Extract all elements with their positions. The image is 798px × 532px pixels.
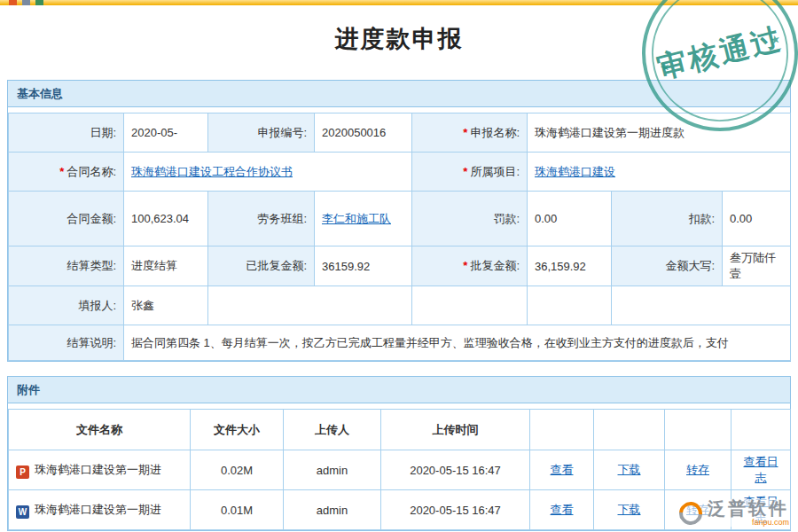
required-asterisk: * [59, 165, 64, 178]
view-log-link[interactable]: 查看日志 [744, 455, 778, 484]
page-title: 进度款申报 [0, 23, 798, 55]
table-row: P珠海鹤港口建设第一期进 0.02M admin 2020-05-15 16:4… [9, 450, 791, 490]
column-header-file-size: 文件大小 [191, 410, 284, 450]
field-value-deduction: 0.00 [723, 192, 791, 246]
field-label-report-no: 申报编号: [208, 113, 315, 153]
save-as-link[interactable]: 转存 [686, 463, 709, 476]
file-name-text: 珠海鹤港口建设第一期进 [35, 463, 161, 476]
field-label-approved-amount: 已批复金额: [208, 246, 315, 286]
ppt-file-icon: P [16, 466, 29, 479]
action-cell: 下载 [594, 490, 665, 530]
field-value-penalty: 0.00 [528, 192, 612, 246]
field-label-reply-amount: *批复金额: [412, 246, 528, 286]
field-value-settle-type: 进度结算 [124, 246, 208, 286]
required-asterisk: * [463, 126, 467, 139]
column-header-action [665, 410, 732, 450]
basic-info-section: 基本信息 日期: 2020-05- 申报编号: 2020050016 *申报名称… [7, 80, 791, 362]
uploader-cell: admin [284, 490, 381, 530]
word-file-icon: W [16, 505, 29, 519]
field-label-deduction: 扣款: [612, 192, 723, 246]
field-value-contract-amount: 100,623.04 [124, 192, 208, 246]
file-size-cell: 0.01M [191, 490, 284, 530]
action-cell: 转存 [665, 450, 732, 490]
column-header-uploader: 上传人 [284, 410, 381, 450]
basic-info-table: 日期: 2020-05- 申报编号: 2020050016 *申报名称: 珠海鹤… [8, 113, 791, 361]
field-label-project: *所属项目: [412, 153, 528, 192]
table-row: *合同名称: 珠海鹤港口建设工程合作协议书 *所属项目: 珠海鹤港口建设 [9, 153, 791, 192]
action-cell: 查看日志 [732, 450, 791, 490]
field-label-settle-note: 结算说明: [9, 325, 124, 361]
attachments-table: 文件名称 文件大小 上传人 上传时间 P珠海鹤港口建设第一期进 0.02M ad… [8, 409, 791, 530]
attachments-header-row: 文件名称 文件大小 上传人 上传时间 [9, 410, 791, 450]
mini-icon-1 [9, 0, 17, 5]
table-row: 合同金额: 100,623.04 劳务班组: 李仁和施工队 罚款: 0.00 扣… [9, 192, 791, 246]
contract-name-link[interactable]: 珠海鹤港口建设工程合作协议书 [131, 165, 293, 178]
upload-time-cell: 2020-05-15 16:47 [381, 450, 530, 490]
field-label-date: 日期: [9, 113, 124, 153]
fanpu-logo-icon [675, 497, 708, 529]
required-asterisk: * [463, 259, 467, 272]
empty-cell [412, 286, 528, 325]
attachments-section: 附件 文件名称 文件大小 上传人 上传时间 P珠海鹤港口建设第一期进 0.02M… [7, 376, 791, 531]
file-name-cell: P珠海鹤港口建设第一期进 [9, 450, 191, 490]
field-label-report-name: *申报名称: [412, 113, 528, 153]
field-label-penalty: 罚款: [412, 192, 528, 246]
action-cell: 查看 [530, 490, 594, 530]
file-name-text: 珠海鹤港口建设第一期进 [35, 503, 161, 516]
field-label-contract-name: *合同名称: [9, 153, 124, 192]
column-header-action [732, 410, 791, 450]
table-row: 日期: 2020-05- 申报编号: 2020050016 *申报名称: 珠海鹤… [9, 113, 791, 153]
empty-cell [612, 286, 791, 325]
field-value-date: 2020-05- [124, 113, 208, 153]
field-value-contract-name: 珠海鹤港口建设工程合作协议书 [124, 153, 412, 192]
labor-team-link[interactable]: 李仁和施工队 [322, 212, 391, 225]
action-cell: 下载 [594, 450, 665, 490]
field-label-settle-type: 结算类型: [9, 246, 124, 286]
empty-cell [528, 286, 612, 325]
field-value-report-name: 珠海鹤港口建设第一期进度款 [528, 113, 791, 153]
field-label-labor-team: 劳务班组: [208, 192, 315, 246]
column-header-action [594, 410, 665, 450]
fanpu-logo-name: 泛普软件 [708, 499, 789, 517]
field-value-amount-caps: 叁万陆仟壹 [723, 246, 791, 286]
basic-info-section-header: 基本信息 [8, 81, 790, 107]
table-row: W珠海鹤港口建设第一期进 0.01M admin 2020-05-15 16:4… [9, 490, 791, 530]
field-value-approved-amount: 36159.92 [315, 246, 412, 286]
fanpu-logo-domain: fanpu.com [752, 519, 789, 527]
field-value-report-no: 2020050016 [315, 113, 412, 153]
column-header-file-name: 文件名称 [9, 410, 191, 450]
file-size-cell: 0.02M [191, 450, 284, 490]
file-name-cell: W珠海鹤港口建设第一期进 [9, 490, 191, 530]
attachments-section-header: 附件 [8, 377, 790, 403]
empty-cell [208, 286, 412, 325]
table-row: 填报人: 张鑫 [9, 286, 791, 325]
field-value-settle-note: 据合同第四条 1、每月结算一次，按乙方已完成工程量并经甲方、监理验收合格，在收到… [124, 325, 791, 361]
field-value-labor-team: 李仁和施工队 [315, 192, 412, 246]
project-link[interactable]: 珠海鹤港口建设 [535, 165, 615, 178]
field-label-contract-amount: 合同金额: [9, 192, 124, 246]
stamp-star-left-icon: ★ [658, 59, 671, 74]
mini-icon-3 [35, 0, 43, 5]
field-value-project: 珠海鹤港口建设 [528, 153, 791, 192]
table-row: 结算类型: 进度结算 已批复金额: 36159.92 *批复金额: 36,159… [9, 246, 791, 286]
download-link[interactable]: 下载 [618, 463, 641, 476]
column-header-action [530, 410, 594, 450]
view-link[interactable]: 查看 [551, 503, 574, 516]
field-value-reply-amount: 36,159.92 [528, 246, 612, 286]
upload-time-cell: 2020-05-15 16:47 [381, 490, 530, 530]
uploader-cell: admin [284, 450, 381, 490]
mini-icon-2 [22, 0, 30, 5]
field-label-amount-caps: 金额大写: [612, 246, 723, 286]
required-asterisk: * [463, 165, 467, 178]
download-link[interactable]: 下载 [618, 503, 641, 516]
fanpu-logo: 泛普软件 fanpu.com [679, 499, 789, 527]
field-value-filler: 张鑫 [124, 286, 208, 325]
field-label-filler: 填报人: [9, 286, 124, 325]
table-row: 结算说明: 据合同第四条 1、每月结算一次，按乙方已完成工程量并经甲方、监理验收… [9, 325, 791, 361]
column-header-upload-time: 上传时间 [381, 410, 530, 450]
view-link[interactable]: 查看 [551, 463, 574, 476]
top-strip [0, 0, 798, 5]
action-cell: 查看 [530, 450, 594, 490]
